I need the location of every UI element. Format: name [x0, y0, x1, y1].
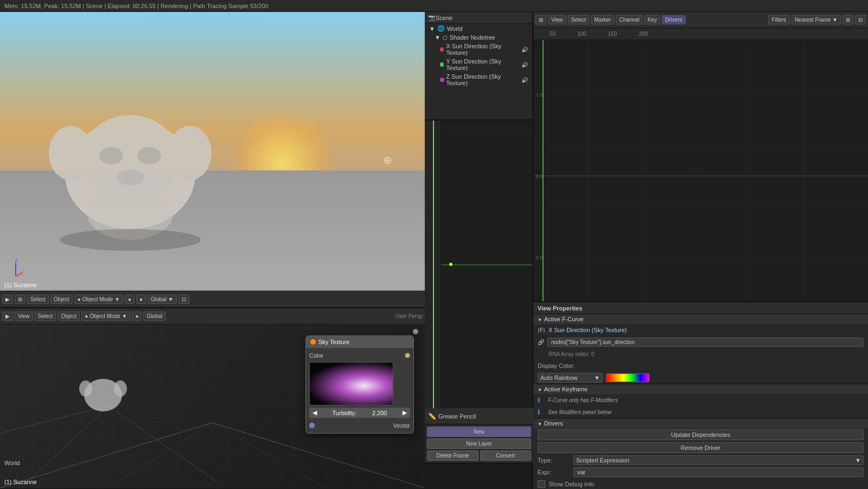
viewport-bottom-content[interactable]: Sky Texture Color ◀ — [0, 325, 425, 488]
active-keyframe-label: Active Keyframe — [544, 386, 588, 392]
graph-zoom-out-btn[interactable]: ⊟ — [855, 15, 866, 24]
y-sun-label: Y Sun Direction (Sky Texture) — [446, 58, 519, 71]
viewport-select-btn[interactable]: Select — [27, 295, 49, 304]
outliner-title: Scene — [436, 15, 452, 21]
color-mode-select[interactable]: Auto Rainbow ▼ — [538, 373, 603, 383]
debug-checkbox[interactable] — [538, 480, 545, 488]
z-dot — [440, 78, 444, 82]
vb-object-btn[interactable]: Object — [58, 312, 80, 321]
fcurve-icon: ⟨F⟩ — [538, 327, 545, 333]
vb-shade-btn[interactable]: ● — [132, 312, 142, 321]
data-path-input[interactable] — [547, 338, 864, 347]
view-props-title: View Properties — [538, 305, 582, 312]
fcurve-name: X Sun Direction (Sky Texture) — [548, 327, 627, 333]
node-dot — [310, 339, 316, 345]
graph-view-btn[interactable]: View — [548, 15, 566, 24]
turb-right-arrow[interactable]: ▶ — [403, 409, 407, 416]
node-color-socket[interactable] — [405, 353, 410, 358]
node-color-label: Color — [309, 352, 323, 359]
warning-text-2: See Modifiers panel below — [544, 408, 616, 416]
type-row: Type: Scripted Expression ▼ — [533, 454, 868, 466]
svg-line-10 — [16, 272, 23, 276]
graph-marker-btn[interactable]: Marker — [591, 15, 614, 24]
viewport-overlay-btn[interactable]: ● — [136, 295, 146, 304]
ruler-200: 200 — [639, 31, 648, 37]
gp-new-btn[interactable]: New — [427, 427, 531, 437]
fcurve-section-header[interactable]: Active F-Curve — [533, 314, 868, 324]
graph-content[interactable]: 1.0 0.5 0.0 — [533, 40, 868, 301]
vb-select-btn[interactable]: View — [15, 312, 33, 321]
viewport-shade-btn[interactable]: ● — [125, 295, 135, 304]
display-color-label: Display Color: — [538, 363, 575, 369]
svg-text:1.0: 1.0 — [536, 92, 543, 98]
outliner-item-shader[interactable]: ▼ ⬡ Shader Nodetree — [425, 33, 532, 42]
turbidity-value: 2.200 — [372, 410, 387, 416]
viewport-mode-btn[interactable]: ● Object Mode ▼ — [74, 295, 123, 304]
gp-convert-btn[interactable]: Convert — [480, 450, 532, 461]
node-vector-label: Vector — [315, 422, 410, 429]
ruler-150: 150 — [608, 31, 617, 37]
svg-point-19 — [114, 380, 127, 397]
expr-input[interactable] — [573, 467, 864, 477]
rna-array-label: RNA Array index: 0 — [538, 351, 594, 357]
graph-icon-btn[interactable]: ⊞ — [535, 15, 546, 24]
x-dot — [440, 47, 444, 52]
node-editor: Sky Texture Color ◀ — [305, 335, 414, 434]
vb-select2-btn[interactable]: Select — [35, 312, 56, 321]
viewport-icon-btn[interactable]: ⊞ — [15, 295, 25, 304]
graph-zoom-in-btn[interactable]: ⊞ — [843, 15, 853, 24]
update-dependencies-btn[interactable]: Update Dependencies — [538, 429, 864, 440]
outliner-item-y-sun[interactable]: Y Sun Direction (Sky Texture) 🔊 — [425, 57, 532, 72]
keyframe-section-header[interactable]: Active Keyframe — [533, 384, 868, 394]
remove-driver-btn[interactable]: Remove Driver — [538, 442, 864, 453]
data-path-row: 🔗 — [533, 336, 868, 348]
warning-icon-1: ℹ — [538, 396, 540, 404]
gp-header: ✏️ Grease Pencil — [425, 408, 533, 424]
frame-indicator — [433, 120, 434, 408]
x-speaker-icon[interactable]: 🔊 — [521, 47, 528, 53]
turbidity-label: Turbidity: — [333, 410, 357, 416]
props-panel: View Properties Active F-Curve ⟨F⟩ X Sun… — [533, 302, 868, 489]
viewport-bottom-toolbar: ▶ View Select Object ● Object Mode ▼ ● G… — [0, 308, 425, 325]
viewport-transform-btn[interactable]: Global ▼ — [148, 295, 177, 304]
outliner-shader-label: Shader Nodetree — [450, 34, 495, 41]
fcurve-rows — [441, 120, 532, 131]
graph-select-btn[interactable]: Select — [568, 15, 590, 24]
z-speaker-icon[interactable]: 🔊 — [521, 77, 528, 83]
graph-filters-btn[interactable]: Filters — [768, 15, 789, 24]
z-sun-label: Z Sun Direction (Sky Texture) — [446, 73, 520, 86]
vb-global-btn[interactable]: Global — [143, 312, 165, 321]
graph-channel-btn[interactable]: Channel — [616, 15, 642, 24]
debug-label: Show Debug Info — [548, 481, 594, 487]
small-monkey — [71, 363, 136, 428]
graph-drivers-btn[interactable]: Drivers — [662, 15, 686, 24]
y-speaker-icon[interactable]: 🔊 — [521, 62, 528, 68]
vb-mode-btn[interactable]: ● Object Mode ▼ — [81, 312, 130, 321]
viewport-object-btn[interactable]: Object — [50, 295, 73, 304]
path-icon: 🔗 — [538, 339, 544, 345]
graph-nearest-frame-btn[interactable]: Nearest Frame ▼ — [792, 15, 841, 24]
graph-area: ⊞ View Select Marker Channel Key Drivers… — [533, 12, 868, 302]
drivers-section-header[interactable]: Drivers — [533, 418, 868, 428]
outliner-item-z-sun[interactable]: Z Sun Direction (Sky Texture) 🔊 — [425, 72, 532, 87]
shader-expand-icon: ▼ — [435, 34, 441, 41]
turb-left-arrow[interactable]: ◀ — [312, 409, 317, 416]
node-vector-socket[interactable] — [309, 423, 315, 428]
viewport-view-btn[interactable]: ▶ — [2, 295, 13, 304]
type-select[interactable]: Scripted Expression ▼ — [573, 455, 864, 465]
outliner-item-world[interactable]: ▼ 🌐 World — [425, 24, 532, 33]
svg-point-18 — [79, 380, 92, 397]
rna-array-row: RNA Array index: 0 — [533, 348, 868, 360]
outliner-item-x-sun[interactable]: X Sun Direction (Sky Texture) 🔊 — [425, 42, 532, 57]
turbidity-row[interactable]: ◀ Turbidity: 2.200 ▶ — [309, 408, 410, 418]
outliner-world-label: World — [447, 26, 463, 32]
gp-delete-frame-btn[interactable]: Delete Frame — [427, 450, 478, 461]
viewport-grid-btn[interactable]: ⊡ — [178, 295, 189, 304]
color-picker[interactable] — [309, 362, 393, 405]
viewport-3d[interactable]: Z X ⊕ (1) Suzanne ▶ ⊞ Select Object ● Ob… — [0, 12, 425, 308]
graph-key-btn[interactable]: Key — [644, 15, 660, 24]
gp-new-layer-btn[interactable]: New Layer — [427, 439, 531, 449]
fcurve-line — [441, 264, 532, 265]
svg-text:0.0: 0.0 — [536, 255, 543, 261]
vb-view-btn[interactable]: ▶ — [2, 312, 13, 321]
